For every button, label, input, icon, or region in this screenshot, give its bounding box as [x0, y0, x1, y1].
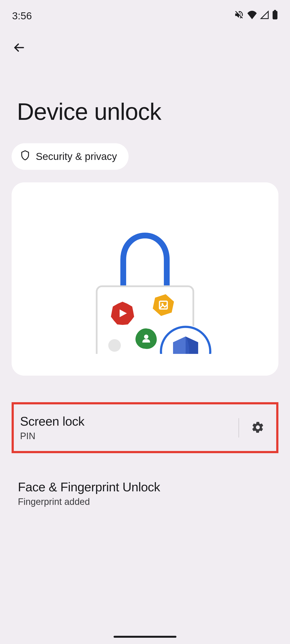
status-time: 3:56	[12, 10, 32, 22]
screen-lock-title: Screen lock	[20, 414, 232, 428]
screen-lock-settings-button[interactable]	[246, 416, 270, 440]
breadcrumb-chip[interactable]: Security & privacy	[12, 143, 129, 170]
svg-rect-0	[272, 11, 277, 19]
hero-illustration	[12, 182, 278, 376]
face-fingerprint-subtitle: Fingerprint added	[18, 497, 272, 507]
screen-lock-subtitle: PIN	[20, 431, 232, 441]
toolbar	[0, 27, 290, 60]
status-icons	[234, 10, 278, 22]
face-fingerprint-title: Face & Fingerprint Unlock	[18, 480, 272, 494]
svg-point-10	[108, 339, 121, 352]
signal-icon	[260, 10, 269, 22]
page-title: Device unlock	[0, 60, 290, 135]
mute-icon	[234, 10, 244, 22]
screen-lock-item[interactable]: Screen lock PIN	[12, 402, 278, 453]
svg-point-8	[144, 334, 148, 339]
face-fingerprint-main: Face & Fingerprint Unlock Fingerprint ad…	[18, 480, 272, 507]
wifi-icon	[247, 10, 257, 22]
status-bar: 3:56	[0, 0, 290, 27]
screen-lock-main: Screen lock PIN	[20, 414, 232, 441]
shield-icon	[20, 150, 30, 163]
breadcrumb-label: Security & privacy	[36, 151, 117, 162]
battery-icon	[272, 10, 278, 22]
lock-illustration	[73, 209, 217, 349]
arrow-left-icon	[13, 42, 25, 54]
back-button[interactable]	[12, 41, 26, 54]
divider	[238, 418, 239, 438]
gear-icon	[251, 420, 265, 435]
svg-rect-1	[274, 10, 276, 11]
nav-handle[interactable]	[114, 636, 176, 638]
face-fingerprint-item[interactable]: Face & Fingerprint Unlock Fingerprint ad…	[12, 470, 278, 517]
